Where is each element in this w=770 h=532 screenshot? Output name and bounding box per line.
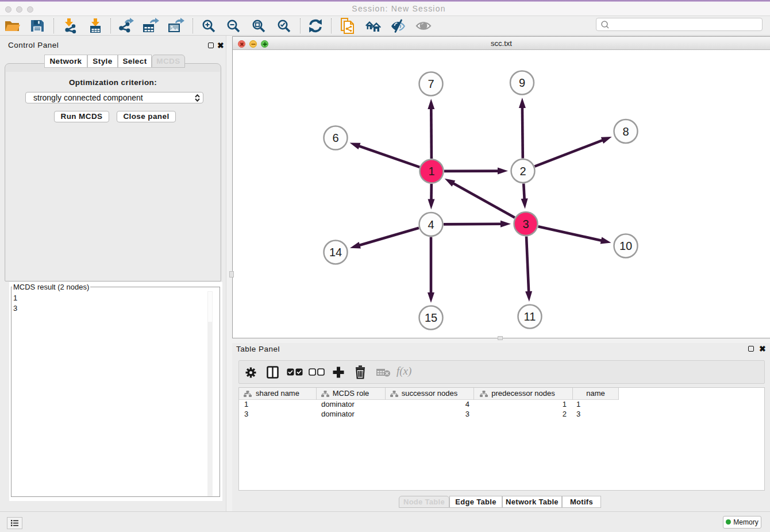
svg-text:3: 3 xyxy=(522,218,529,230)
svg-text:7: 7 xyxy=(428,78,434,90)
svg-text:8: 8 xyxy=(622,125,629,138)
svg-text:1: 1 xyxy=(428,165,434,178)
svg-text:2: 2 xyxy=(519,165,526,178)
svg-text:9: 9 xyxy=(519,76,525,89)
svg-text:15: 15 xyxy=(425,311,437,324)
svg-text:6: 6 xyxy=(332,132,338,144)
svg-text:14: 14 xyxy=(329,246,342,259)
svg-text:10: 10 xyxy=(619,240,632,252)
svg-text:11: 11 xyxy=(524,310,536,323)
svg-text:4: 4 xyxy=(428,218,434,231)
